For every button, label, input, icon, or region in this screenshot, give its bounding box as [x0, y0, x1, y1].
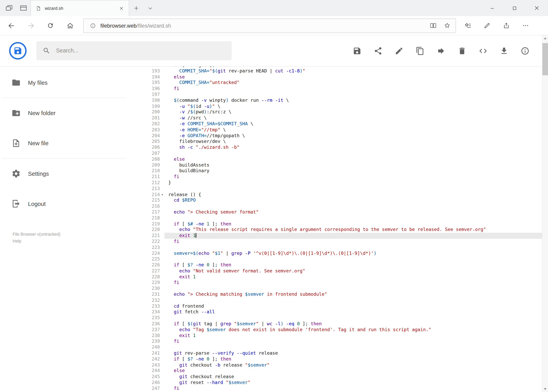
code-line[interactable]: 231 echo "> Checking matching $semver in…: [142, 292, 548, 297]
code-line[interactable]: 241 git rev-parse --verify --quiet relea…: [142, 350, 548, 356]
annotate-button[interactable]: [479, 18, 495, 33]
address-bar[interactable]: filebrowser.web/files/wizard.sh: [83, 18, 456, 33]
share-button[interactable]: [371, 44, 385, 58]
browser-share-button[interactable]: [499, 18, 514, 33]
code-line[interactable]: 236 if [ $(git tag | grep "$semver" | wc…: [142, 321, 548, 327]
code-line[interactable]: 204 -e GOPATH=//tmp/gopath \: [142, 133, 548, 139]
refresh-button[interactable]: [43, 18, 58, 33]
search-input[interactable]: [55, 47, 209, 54]
back-button[interactable]: [4, 18, 19, 33]
info-button[interactable]: [518, 44, 532, 58]
close-window-button[interactable]: [526, 0, 548, 16]
code-line[interactable]: 228 exit 1: [142, 274, 548, 280]
maximize-button[interactable]: [503, 0, 526, 16]
sidebar-item-new-file[interactable]: New file: [0, 128, 142, 158]
code-line[interactable]: 240: [142, 344, 548, 350]
code-line[interactable]: 221 exit 1: [142, 233, 548, 239]
browser-tab[interactable]: wizard.sh: [30, 0, 129, 16]
edit-button[interactable]: [392, 44, 406, 58]
code-line[interactable]: 207: [142, 150, 548, 156]
code-line[interactable]: 215 cd $REPO: [142, 197, 548, 203]
code-line[interactable]: 222 fi: [142, 239, 548, 245]
code-line[interactable]: 226 if [ $? -ne 0 ]; then: [142, 262, 548, 268]
save-button[interactable]: [350, 44, 364, 58]
help-link[interactable]: Help: [13, 238, 21, 245]
code-line[interactable]: 195 COMMIT_SHA="untracked": [142, 80, 548, 86]
sidebar-item-new-folder[interactable]: New folder: [0, 98, 142, 128]
code-line[interactable]: 242 if [ $? -ne 0 ]; then: [142, 356, 548, 362]
code-line[interactable]: 219 if [ $# -ne 1 ]; then: [142, 221, 548, 227]
code-line[interactable]: 198 $(command -v winpty) docker run --rm…: [142, 98, 548, 104]
code-line[interactable]: 214▾release () {: [142, 192, 548, 197]
tab-close-button[interactable]: [117, 4, 126, 13]
sidebar-item-logout[interactable]: Logout: [0, 189, 142, 219]
code-line[interactable]: 239 fi: [142, 339, 548, 344]
minimize-button[interactable]: [481, 0, 503, 16]
fold-arrow-icon[interactable]: ▾: [160, 192, 164, 197]
code-line[interactable]: 218: [142, 215, 548, 221]
code-line[interactable]: 229 fi: [142, 280, 548, 286]
filebrowser-logo[interactable]: [9, 42, 27, 59]
code-line[interactable]: 209 buildAssets: [142, 162, 548, 168]
code-line[interactable]: 208 else: [142, 156, 548, 162]
code-line[interactable]: 224 semver=$(echo "$1" | grep -P '^v(0|[…: [142, 251, 548, 256]
more-button[interactable]: [518, 18, 533, 33]
code-line[interactable]: 203 -e HOME="//tmp" \: [142, 127, 548, 133]
code-button[interactable]: [476, 44, 490, 58]
code-line[interactable]: 202 -e COMMIT_SHA=$COMMIT_SHA \: [142, 121, 548, 127]
code-line[interactable]: 212}: [142, 180, 548, 186]
code-line[interactable]: 197: [142, 92, 548, 98]
code-line[interactable]: 247 fi: [142, 386, 548, 392]
code-line[interactable]: 217 echo "> Checking semver format": [142, 209, 548, 215]
code-line[interactable]: 234 git fetch --all: [142, 309, 548, 315]
code-line[interactable]: 243 git checkout -b release "$semver": [142, 362, 548, 368]
code-line[interactable]: 227 echo "Not valid semver format. See s…: [142, 268, 548, 274]
code-line[interactable]: 201 -w //src \: [142, 115, 548, 121]
code-line[interactable]: 199 -u "$(id -u)" \: [142, 104, 548, 109]
scroll-up-button[interactable]: [542, 35, 548, 41]
reading-view-button[interactable]: [426, 19, 440, 32]
set-tabs-aside-button[interactable]: [2, 0, 16, 16]
page-scrollbar[interactable]: [542, 35, 548, 392]
code-line[interactable]: 235: [142, 315, 548, 321]
code-line[interactable]: 216: [142, 203, 548, 209]
sidebar-item-settings[interactable]: Settings: [0, 159, 142, 189]
code-line[interactable]: 245 git checkout release: [142, 374, 548, 380]
code-line[interactable]: 246 git reset --hard "$semver": [142, 380, 548, 386]
code-line[interactable]: 196 fi: [142, 86, 548, 92]
code-line[interactable]: 225: [142, 256, 548, 262]
hub-button[interactable]: [460, 18, 476, 33]
code-line[interactable]: 213: [142, 186, 548, 192]
code-line[interactable]: 206 sh -c "./wizard.sh -b": [142, 145, 548, 150]
tab-list-button[interactable]: [143, 0, 157, 16]
code-line[interactable]: 192 if [ -d .git ]; then: [142, 67, 548, 68]
scroll-thumb[interactable]: [542, 43, 548, 75]
tabs-preview-button[interactable]: [16, 0, 30, 16]
code-editor[interactable]: 192 if [ -d .git ]; then193 COMMIT_SHA="…: [142, 67, 548, 392]
favorite-button[interactable]: [440, 19, 454, 32]
code-line[interactable]: 237 echo "Tag $semver does not exist in …: [142, 327, 548, 333]
copy-button[interactable]: [413, 44, 427, 58]
scroll-down-button[interactable]: [542, 386, 548, 392]
sidebar-item-my-files[interactable]: My files: [0, 68, 142, 98]
code-line[interactable]: 205 filebrowser/dev \: [142, 139, 548, 145]
site-info-button[interactable]: [88, 22, 98, 28]
code-line[interactable]: 220 echo "This release script requires a…: [142, 227, 548, 233]
code-line[interactable]: 223: [142, 245, 548, 251]
move-button[interactable]: [434, 44, 448, 58]
home-button[interactable]: [62, 18, 78, 33]
code-line[interactable]: 244 else: [142, 368, 548, 374]
code-line[interactable]: 238 exit 1: [142, 333, 548, 339]
forward-button[interactable]: [23, 18, 39, 33]
code-line[interactable]: 194 else: [142, 74, 548, 80]
code-line[interactable]: 233 cd frontend: [142, 303, 548, 309]
code-line[interactable]: 232: [142, 297, 548, 303]
delete-button[interactable]: [455, 44, 469, 58]
download-button[interactable]: [497, 44, 511, 58]
code-line[interactable]: 211 fi: [142, 174, 548, 180]
code-line[interactable]: 193 COMMIT_SHA="$(git rev-parse HEAD | c…: [142, 68, 548, 74]
new-tab-button[interactable]: [129, 0, 143, 16]
code-line[interactable]: 230: [142, 286, 548, 292]
code-line[interactable]: 210 buildBinary: [142, 168, 548, 174]
code-line[interactable]: 200 -v /$(pwd):/src:z \: [142, 109, 548, 115]
